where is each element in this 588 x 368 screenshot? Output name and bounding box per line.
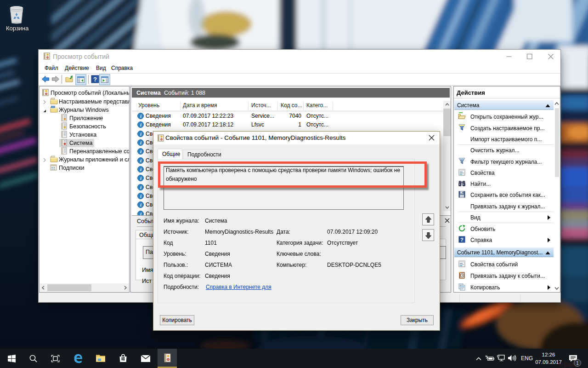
- svg-text:?: ?: [460, 237, 464, 242]
- svg-text:?: ?: [93, 76, 97, 83]
